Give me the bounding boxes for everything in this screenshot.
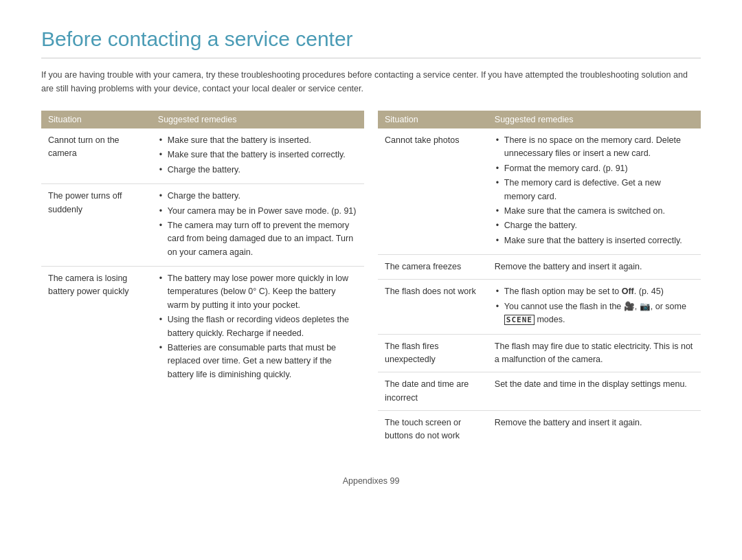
tables-container: Situation Suggested remedies Cannot turn… <box>41 111 701 449</box>
remedy-cell: The battery may lose power more quickly … <box>151 267 364 389</box>
right-table: Situation Suggested remedies Cannot take… <box>378 111 701 449</box>
list-item: Make sure that the camera is switched on… <box>495 205 694 218</box>
left-header-remedies: Suggested remedies <box>151 111 364 128</box>
situation-cell: The camera freezes <box>378 255 488 280</box>
situation-cell: The camera is losing battery power quick… <box>41 267 151 389</box>
footer: Appendixes 99 <box>41 476 701 486</box>
remedy-cell: The flash option may be set to Off. (p. … <box>488 280 701 334</box>
table-row: The flash does not work The flash option… <box>378 280 701 334</box>
list-item: Format the memory card. (p. 91) <box>495 162 694 175</box>
intro-text: If you are having trouble with your came… <box>41 68 701 96</box>
page-title: Before contacting a service center <box>41 27 701 58</box>
left-table: Situation Suggested remedies Cannot turn… <box>41 111 364 388</box>
right-header-remedies: Suggested remedies <box>488 111 701 128</box>
video-icon: 🎥 <box>624 302 635 311</box>
situation-cell: Cannot take photos <box>378 128 488 255</box>
remedy-cell: Remove the battery and insert it again. <box>488 411 701 449</box>
list-item: There is no space on the memory card. De… <box>495 134 694 161</box>
list-item: Charge the battery. <box>158 190 357 203</box>
list-item: The camera may turn off to prevent the m… <box>158 219 357 259</box>
right-table-wrap: Situation Suggested remedies Cannot take… <box>378 111 701 449</box>
table-row: The flash fires unexpectedly The flash m… <box>378 334 701 372</box>
list-item: Your camera may be in Power save mode. (… <box>158 205 357 218</box>
list-item: Using the flash or recording videos depl… <box>158 313 357 340</box>
list-item: Batteries are consumable parts that must… <box>158 341 357 381</box>
list-item: Charge the battery. <box>158 164 357 177</box>
list-item: The battery may lose power more quickly … <box>158 272 357 312</box>
table-row: The touch screen or buttons do not work … <box>378 411 701 449</box>
remedy-cell: Charge the battery. Your camera may be i… <box>151 184 364 267</box>
table-row: The camera is losing battery power quick… <box>41 267 364 389</box>
list-item: You cannot use the flash in the 🎥, 📷, or… <box>495 300 694 327</box>
bold-off: Off <box>622 287 634 296</box>
table-row: The power turns off suddenly Charge the … <box>41 184 364 267</box>
right-header-situation: Situation <box>378 111 488 128</box>
list-item: Charge the battery. <box>495 219 694 232</box>
left-table-wrap: Situation Suggested remedies Cannot turn… <box>41 111 364 388</box>
list-item: The memory card is defective. Get a new … <box>495 177 694 203</box>
camera-icon: 📷 <box>640 302 651 311</box>
remedy-cell: Remove the battery and insert it again. <box>488 255 701 280</box>
remedy-cell: There is no space on the memory card. De… <box>488 128 701 255</box>
list-item: Make sure that the battery is inserted. <box>158 134 357 147</box>
situation-cell: Cannot turn on the camera <box>41 128 151 184</box>
situation-cell: The touch screen or buttons do not work <box>378 411 488 449</box>
remedy-cell: Make sure that the battery is inserted. … <box>151 128 364 184</box>
list-item: Make sure that the battery is inserted c… <box>495 234 694 247</box>
remedy-cell: The flash may fire due to static electri… <box>488 334 701 372</box>
table-row: Cannot turn on the camera Make sure that… <box>41 128 364 184</box>
left-header-situation: Situation <box>41 111 151 128</box>
situation-cell: The date and time are incorrect <box>378 372 488 411</box>
scene-label: SCENE <box>504 315 535 325</box>
list-item: Make sure that the battery is inserted c… <box>158 148 357 161</box>
situation-cell: The flash fires unexpectedly <box>378 334 488 372</box>
table-row: Cannot take photos There is no space on … <box>378 128 701 255</box>
table-row: The date and time are incorrect Set the … <box>378 372 701 411</box>
table-row: The camera freezes Remove the battery an… <box>378 255 701 280</box>
situation-cell: The power turns off suddenly <box>41 184 151 267</box>
list-item: The flash option may be set to Off. (p. … <box>495 285 694 298</box>
situation-cell: The flash does not work <box>378 280 488 334</box>
remedy-cell: Set the date and time in the display set… <box>488 372 701 411</box>
